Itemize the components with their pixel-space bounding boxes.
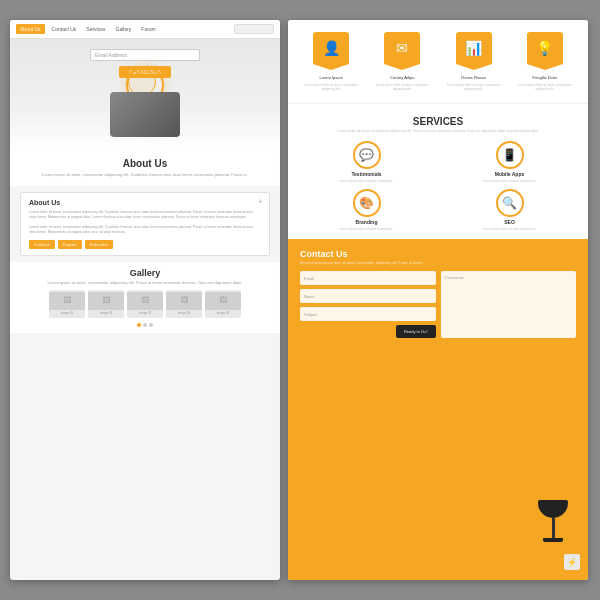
search-input[interactable] [234, 24, 274, 34]
gallery-section: Gallery Lorem ipsum sit amet, consectetu… [10, 262, 280, 333]
contact-subtitle: Elit arcu lorem ipsum dolor sit amet, co… [300, 261, 576, 265]
comments-field[interactable]: Comments [441, 271, 577, 338]
nav-about-link[interactable]: About Us [16, 24, 45, 34]
contact-left-fields: Email Name Subject Ready to Go! [300, 271, 436, 338]
about-box: + About Us Lorem dolor sit amet, consect… [20, 192, 270, 256]
feature-desc-1: Lorem ipsum dolor sit amet, consectetur … [298, 83, 364, 91]
list-item[interactable]: 🖼 Image 05 [205, 290, 241, 318]
person-icon: 👤 [323, 40, 340, 56]
feature-label-3: Donec Riscus [461, 75, 486, 80]
about-us-section: About Us Lorem ipsum sit amet, consectet… [10, 150, 280, 186]
email-field[interactable]: Email [300, 271, 436, 285]
continue-button[interactable]: Continue [29, 240, 55, 249]
subscribe-button[interactable]: Subscribe [85, 240, 113, 249]
gallery-items: 🖼 Image 01 🖼 Image 02 🖼 Image 03 🖼 Image… [20, 290, 270, 318]
outlet-icon: ⚡ [564, 554, 580, 570]
branding-label: Branding [356, 219, 378, 225]
about-us-title: About Us [24, 158, 266, 169]
testimonials-icon: 💬 [353, 141, 381, 169]
gallery-caption-4: Image 04 [178, 310, 191, 316]
gallery-dot-1[interactable] [137, 323, 141, 327]
service-mobile-apps: 📱 Mobile Apps Lorem ipsum dolor sit amet… [441, 141, 578, 183]
gallery-caption-2: Image 02 [100, 310, 113, 316]
gallery-dots [20, 323, 270, 327]
right-panel: 👤 Lorem Ipsum Lorem ipsum dolor sit amet… [288, 20, 588, 580]
gallery-caption-1: Image 01 [61, 310, 74, 316]
gallery-image-1: 🖼 [49, 292, 85, 310]
seo-icon: 🔍 [496, 189, 524, 217]
bulb-icon: 💡 [536, 40, 553, 56]
enquire-button[interactable]: Enquire [58, 240, 82, 249]
seo-desc: Lorem ipsum dolor sit amet consectetur. [483, 227, 536, 231]
divider-1 [288, 103, 588, 104]
feature-icon-box-2: ✉ [384, 32, 420, 64]
about-box-para2: Lorem dolor sit amet, consectetur adipis… [29, 225, 261, 236]
testimonials-desc: Lorem ipsum dolor sit amet consectetur. [340, 179, 393, 183]
features-section: 👤 Lorem Ipsum Lorem ipsum dolor sit amet… [288, 20, 588, 99]
contact-section: Contact Us Elit arcu lorem ipsum dolor s… [288, 239, 588, 580]
about-us-subtitle: Lorem ipsum sit amet, consectetur adipis… [24, 172, 266, 178]
feature-card-3: 📊 Donec Riscus Lorem ipsum dolor sit ame… [441, 32, 507, 91]
about-box-buttons: Continue Enquire Subscribe [29, 240, 261, 249]
mobile-desc: Lorem ipsum dolor sit amet consectetur. [483, 179, 536, 183]
gallery-dot-3[interactable] [149, 323, 153, 327]
lamp-base [543, 538, 563, 542]
feature-card-1: 👤 Lorem Ipsum Lorem ipsum dolor sit amet… [298, 32, 364, 91]
nav-contact-link[interactable]: Contact Us [49, 24, 80, 34]
mobile-icon: 📱 [496, 141, 524, 169]
feature-desc-4: Lorem ipsum dolor sit amet, consectetur … [512, 83, 578, 91]
features-grid: 👤 Lorem Ipsum Lorem ipsum dolor sit amet… [298, 32, 578, 91]
branding-desc: Lorem ipsum dolor sit amet consectetur. [340, 227, 393, 231]
branding-icon: 🎨 [353, 189, 381, 217]
feature-card-2: ✉ Carney Adipu Lorem ipsum dolor sit ame… [369, 32, 435, 91]
mobile-label: Mobile Apps [495, 171, 525, 177]
feature-label-2: Carney Adipu [390, 75, 414, 80]
feature-icon-box-1: 👤 [313, 32, 349, 64]
image-icon: 🖼 [180, 296, 188, 305]
gallery-dot-2[interactable] [143, 323, 147, 327]
lamp-graphic [528, 500, 578, 550]
lamp-head [538, 500, 568, 518]
feature-card-4: 💡 Fringilla Dolor Lorem ipsum dolor sit … [512, 32, 578, 91]
submit-button[interactable]: Ready to Go! [396, 325, 436, 338]
services-grid: 💬 Testimonials Lorem ipsum dolor sit ame… [298, 141, 578, 231]
list-item[interactable]: 🖼 Image 01 [49, 290, 85, 318]
name-field[interactable]: Name [300, 289, 436, 303]
left-panel: About Us Contact Us Services Gallery For… [10, 20, 280, 580]
gallery-image-2: 🖼 [88, 292, 124, 310]
gallery-image-3: 🖼 [127, 292, 163, 310]
plus-icon: + [258, 197, 263, 206]
service-seo: 🔍 SEO Lorem ipsum dolor sit amet consect… [441, 189, 578, 231]
phone-graphic [110, 92, 180, 137]
feature-desc-2: Lorem ipsum dolor sit amet, consectetur … [369, 83, 435, 91]
gallery-title: Gallery [20, 268, 270, 278]
feature-icon-box-3: 📊 [456, 32, 492, 64]
globe-graphic [105, 84, 185, 144]
service-branding: 🎨 Branding Lorem ipsum dolor sit amet co… [298, 189, 435, 231]
feature-label-4: Fringilla Dolor [533, 75, 558, 80]
list-item[interactable]: 🖼 Image 03 [127, 290, 163, 318]
hero-section: Email Address GET ACCESS [10, 39, 280, 150]
contact-title: Contact Us [300, 249, 576, 259]
image-icon: 🖼 [63, 296, 71, 305]
nav-services-link[interactable]: Services [83, 24, 108, 34]
feature-label-1: Lorem Ipsum [319, 75, 342, 80]
lamp-neck [552, 518, 555, 538]
nav-forum-link[interactable]: Forum [138, 24, 158, 34]
contact-form: Email Name Subject Ready to Go! Comments [300, 271, 576, 338]
testimonials-label: Testimonials [351, 171, 381, 177]
image-icon: 🖼 [141, 296, 149, 305]
seo-label: SEO [504, 219, 515, 225]
services-title: SERVICES [298, 116, 578, 127]
feature-icon-box-4: 💡 [527, 32, 563, 64]
services-section: SERVICES Lorem dolor sit amet, consectet… [288, 108, 588, 239]
email-input[interactable]: Email Address [90, 49, 200, 61]
image-icon: 🖼 [219, 296, 227, 305]
gallery-subtitle: Lorem ipsum sit amet, consectetur adipis… [20, 280, 270, 285]
about-box-title: About Us [29, 199, 261, 206]
nav-gallery-link[interactable]: Gallery [113, 24, 135, 34]
list-item[interactable]: 🖼 Image 02 [88, 290, 124, 318]
list-item[interactable]: 🖼 Image 04 [166, 290, 202, 318]
subject-field[interactable]: Subject [300, 307, 436, 321]
services-subtitle: Lorem dolor sit amet, consectetur adipis… [298, 129, 578, 134]
